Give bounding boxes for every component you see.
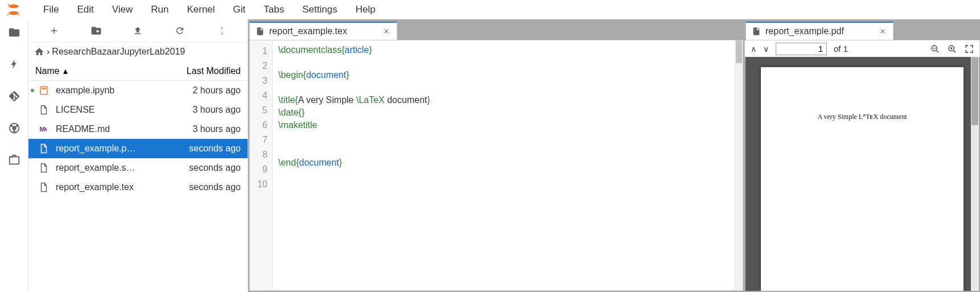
file-row[interactable]: report_example.s…seconds ago: [28, 158, 248, 178]
menu-git[interactable]: Git: [224, 4, 255, 15]
file-name: report_example.s…: [53, 163, 184, 173]
scrollbar[interactable]: [735, 40, 743, 290]
svg-point-1: [9, 11, 19, 14]
tab-editor[interactable]: report_example.tex: [249, 22, 397, 40]
file-modified: seconds ago: [189, 163, 241, 173]
tab-pdf[interactable]: report_example.pdf: [746, 22, 893, 40]
svg-point-3: [18, 14, 19, 15]
svg-point-8: [15, 125, 18, 128]
git-pull-button[interactable]: [213, 22, 230, 39]
new-folder-button[interactable]: [88, 22, 105, 39]
file-icon: [256, 27, 265, 36]
file-modified: 3 hours ago: [192, 105, 241, 115]
breadcrumb-folder[interactable]: ResearchBazaarJupyterLab2019: [52, 47, 185, 57]
zoom-in-button[interactable]: [948, 44, 957, 54]
menu-run[interactable]: Run: [142, 4, 178, 15]
markdown-icon: M: [39, 124, 49, 134]
svg-point-7: [10, 125, 13, 128]
running-dot: [31, 147, 34, 150]
menu-kernel[interactable]: Kernel: [178, 4, 224, 15]
file-row[interactable]: example.ipynb2 hours ago: [28, 81, 248, 100]
running-dot: [31, 89, 34, 92]
scrollbar[interactable]: [971, 57, 979, 291]
home-icon[interactable]: [34, 47, 44, 57]
svg-rect-11: [40, 87, 47, 94]
running-dot: [31, 128, 34, 131]
menu-edit[interactable]: Edit: [68, 4, 102, 15]
file-icon: [39, 143, 49, 154]
file-name: example.ipynb: [53, 85, 188, 96]
menu-help[interactable]: Help: [347, 4, 385, 15]
tab-title: report_example.pdf: [765, 26, 844, 36]
svg-point-9: [13, 130, 15, 133]
running-dot: [31, 108, 34, 112]
pdf-toolbar: ∧ ∨ of 1: [744, 40, 980, 57]
file-modified: 2 hours ago: [192, 85, 241, 96]
column-modified[interactable]: Last Modified: [187, 66, 241, 76]
next-page-button[interactable]: ∨: [763, 44, 769, 54]
file-icon: [39, 163, 49, 173]
notebook-icon: [39, 85, 49, 96]
file-row[interactable]: LICENSE3 hours ago: [28, 100, 248, 120]
tab-title: report_example.tex: [269, 26, 347, 36]
menu-file[interactable]: File: [34, 4, 68, 15]
git-icon[interactable]: [7, 89, 22, 104]
new-launcher-button[interactable]: [46, 22, 63, 39]
file-row[interactable]: report_example.p…seconds ago: [28, 139, 248, 158]
sort-asc-icon: ▴: [63, 65, 68, 76]
line-gutter: 12345678910: [250, 40, 273, 290]
prev-page-button[interactable]: ∧: [751, 44, 756, 54]
running-dot: [31, 166, 34, 170]
file-browser-header[interactable]: Name▴ Last Modified: [28, 61, 248, 81]
running-icon[interactable]: [7, 57, 22, 72]
scroll-thumb[interactable]: [971, 57, 978, 125]
zoom-out-button[interactable]: [930, 44, 940, 54]
file-modified: seconds ago: [189, 143, 241, 154]
file-name: LICENSE: [53, 105, 188, 115]
file-modified: 3 hours ago: [192, 124, 241, 134]
refresh-button[interactable]: [171, 22, 188, 39]
file-icon: [39, 105, 49, 115]
file-icon: [39, 182, 49, 192]
page-number-input[interactable]: [776, 43, 827, 55]
close-icon[interactable]: [878, 27, 887, 36]
code-content[interactable]: \documentclass{article} \begin{document}…: [273, 40, 735, 290]
svg-point-4: [7, 14, 9, 15]
svg-rect-12: [42, 88, 46, 89]
close-icon[interactable]: [382, 27, 391, 36]
scroll-thumb[interactable]: [736, 40, 742, 63]
menu-view[interactable]: View: [103, 4, 142, 15]
menu-tabs[interactable]: Tabs: [254, 4, 293, 15]
menu-settings[interactable]: Settings: [293, 4, 346, 15]
svg-point-0: [9, 4, 19, 7]
file-row[interactable]: report_example.texseconds ago: [28, 178, 248, 197]
column-name[interactable]: Name: [35, 66, 60, 76]
editor-panel: report_example.tex 12345678910 \document…: [248, 19, 744, 292]
file-icon: [752, 27, 761, 36]
pdf-document-title: A very Simple LᴬTᴇX document: [761, 113, 963, 121]
svg-point-2: [8, 3, 10, 5]
folder-icon[interactable]: [7, 25, 22, 40]
pdf-page: A very Simple LᴬTᴇX document: [761, 67, 963, 291]
fit-page-button[interactable]: [965, 44, 974, 54]
file-browser: › ResearchBazaarJupyterLab2019 Name▴ Las…: [28, 19, 248, 292]
file-name: README.md: [53, 124, 188, 134]
svg-text:M: M: [40, 126, 45, 133]
file-name: report_example.tex: [53, 182, 184, 192]
file-row[interactable]: MREADME.md3 hours ago: [28, 120, 248, 139]
file-modified: seconds ago: [189, 182, 241, 192]
svg-rect-10: [9, 157, 19, 164]
file-browser-toolbar: [28, 19, 248, 42]
code-editor[interactable]: 12345678910 \documentclass{article} \beg…: [249, 40, 743, 291]
file-list: example.ipynb2 hours agoLICENSE3 hours a…: [28, 81, 248, 197]
breadcrumb[interactable]: › ResearchBazaarJupyterLab2019: [28, 42, 248, 61]
pdf-viewport[interactable]: A very Simple LᴬTᴇX document: [746, 57, 979, 291]
running-dot: [31, 186, 34, 189]
upload-button[interactable]: [129, 22, 146, 39]
page-total-label: of 1: [834, 44, 848, 54]
pdf-panel: report_example.pdf ∧ ∨ of 1 A very Simpl…: [744, 19, 980, 292]
commands-icon[interactable]: [7, 121, 22, 135]
tabs-icon[interactable]: [7, 153, 22, 167]
breadcrumb-separator: ›: [47, 47, 50, 57]
jupyter-logo-icon: [5, 1, 23, 19]
